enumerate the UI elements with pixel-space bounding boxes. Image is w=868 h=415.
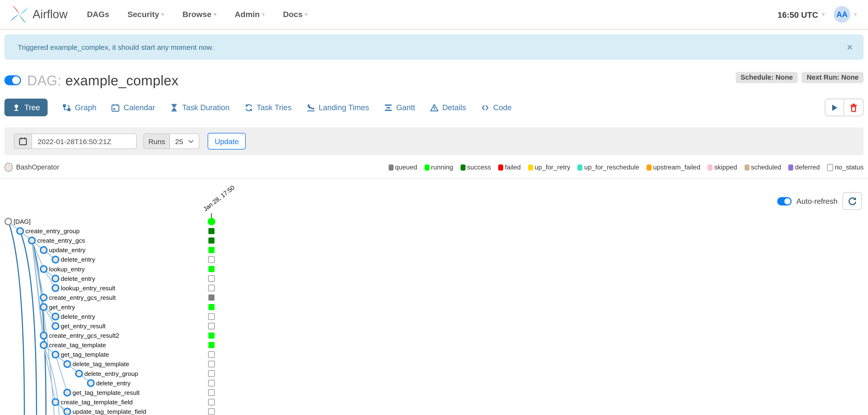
tab-tree[interactable]: Tree — [4, 98, 48, 116]
task-instance-square[interactable] — [209, 247, 215, 253]
task-instance-square[interactable] — [209, 342, 215, 348]
tab-calendar[interactable]: Calendar — [111, 98, 155, 116]
task-node[interactable] — [64, 408, 70, 415]
task-label[interactable]: create_tag_template_field — [61, 398, 133, 406]
task-node[interactable] — [76, 370, 82, 377]
task-instance-square[interactable] — [209, 237, 215, 244]
task-label[interactable]: update_tag_template_field — [72, 408, 146, 415]
task-instance-square[interactable] — [209, 332, 215, 339]
task-instance-square[interactable] — [209, 409, 215, 415]
task-label[interactable]: get_tag_template — [61, 351, 109, 358]
status-color-box — [424, 164, 429, 170]
base-date-input[interactable] — [32, 134, 137, 149]
task-node[interactable] — [29, 237, 35, 244]
task-label[interactable]: lookup_entry_result — [61, 285, 115, 292]
tab-gantt[interactable]: Gantt — [384, 98, 415, 116]
dag-root-node[interactable] — [5, 218, 11, 225]
tab-label: Details — [442, 103, 466, 112]
task-node[interactable] — [52, 257, 59, 263]
task-label[interactable]: create_entry_gcs_result — [49, 294, 116, 301]
status-label: up_for_retry — [534, 163, 570, 171]
tab-code[interactable]: Code — [481, 98, 512, 116]
task-node[interactable] — [40, 342, 47, 348]
dag-actions — [825, 98, 864, 116]
menu-browse[interactable]: Browse▾ — [182, 10, 217, 19]
task-node[interactable] — [40, 332, 47, 339]
task-instance-square[interactable] — [209, 390, 215, 396]
task-instance-square[interactable] — [209, 352, 215, 358]
home-link[interactable]: Airflow — [9, 4, 67, 25]
task-node[interactable] — [40, 294, 47, 301]
tab-details[interactable]: Details — [430, 98, 466, 116]
tab-landing-times[interactable]: Landing Times — [307, 98, 369, 116]
task-instance-square[interactable] — [209, 275, 215, 281]
task-instance-square[interactable] — [209, 399, 215, 405]
clock-menu[interactable]: 16:50 UTC ▾ — [777, 10, 825, 19]
task-instance-square[interactable] — [209, 295, 215, 301]
task-node[interactable] — [52, 275, 59, 282]
task-node[interactable] — [17, 228, 23, 234]
update-button[interactable]: Update — [208, 133, 246, 150]
menu-docs[interactable]: Docs▾ — [283, 10, 308, 19]
task-label[interactable]: get_tag_template_result — [72, 389, 140, 396]
task-instance-square[interactable] — [209, 304, 215, 310]
task-instance-square[interactable] — [209, 314, 215, 320]
task-node[interactable] — [64, 389, 70, 396]
menu-dags[interactable]: DAGs — [87, 10, 109, 19]
task-label[interactable]: get_entry_result — [61, 323, 106, 330]
task-label[interactable]: create_entry_gcs — [37, 237, 85, 244]
task-label[interactable]: delete_entry — [61, 256, 95, 263]
task-instance-square[interactable] — [209, 323, 215, 329]
close-icon[interactable]: × — [844, 42, 856, 52]
task-node[interactable] — [40, 304, 47, 310]
tab-label: Task Tries — [256, 103, 291, 112]
details-icon — [430, 103, 438, 112]
delete-dag-button[interactable] — [844, 98, 864, 116]
avatar: AA — [834, 6, 850, 23]
tab-task-duration[interactable]: Task Duration — [170, 98, 229, 116]
task-label[interactable]: create_entry_gcs_result2 — [49, 332, 119, 339]
dag-run-status-circle[interactable] — [208, 218, 215, 226]
graph-icon — [63, 103, 71, 112]
menu-admin[interactable]: Admin▾ — [235, 10, 265, 19]
task-label[interactable]: lookup_entry — [49, 266, 85, 273]
task-instance-square[interactable] — [209, 380, 215, 386]
task-instance-square[interactable] — [209, 228, 215, 234]
task-label[interactable]: delete_entry — [96, 380, 131, 387]
task-label[interactable]: create_entry_group — [25, 228, 80, 235]
task-instance-square[interactable] — [209, 285, 215, 291]
task-label[interactable]: update_entry — [49, 246, 86, 254]
auto-refresh-toggle[interactable] — [777, 197, 792, 205]
task-node[interactable] — [40, 247, 47, 253]
trigger-dag-button[interactable] — [825, 98, 844, 116]
task-node[interactable] — [52, 313, 59, 320]
status-label: deferred — [795, 163, 820, 171]
task-node[interactable] — [52, 285, 59, 291]
tab-graph[interactable]: Graph — [63, 98, 96, 116]
task-node[interactable] — [52, 351, 59, 358]
task-node[interactable] — [64, 361, 70, 367]
dag-root-label[interactable]: [DAG] — [13, 218, 31, 225]
task-instance-square[interactable] — [209, 266, 215, 272]
task-label[interactable]: create_tag_template — [49, 342, 106, 349]
task-node[interactable] — [52, 399, 59, 405]
dag-pause-toggle[interactable] — [4, 76, 21, 85]
task-label[interactable]: delete_entry — [61, 275, 95, 282]
refresh-button[interactable] — [842, 192, 862, 210]
user-menu[interactable]: AA ▾ — [834, 6, 857, 23]
num-runs-select[interactable]: 25 — [170, 134, 199, 149]
task-label[interactable]: delete_entry — [61, 313, 95, 320]
task-label[interactable]: delete_entry_group — [84, 370, 138, 377]
task-node[interactable] — [88, 380, 94, 386]
task-instance-square[interactable] — [209, 361, 215, 367]
operator-color-dot — [4, 163, 13, 172]
tab-task-tries[interactable]: Task Tries — [245, 98, 291, 116]
task-instance-square[interactable] — [209, 370, 215, 377]
task-label[interactable]: delete_tag_template — [72, 360, 129, 367]
task-node[interactable] — [40, 266, 47, 272]
menu-security[interactable]: Security▾ — [127, 10, 164, 19]
task-node[interactable] — [52, 323, 59, 329]
task-label[interactable]: get_entry — [49, 304, 75, 311]
task-instance-square[interactable] — [209, 257, 215, 263]
refresh-icon — [847, 196, 857, 206]
